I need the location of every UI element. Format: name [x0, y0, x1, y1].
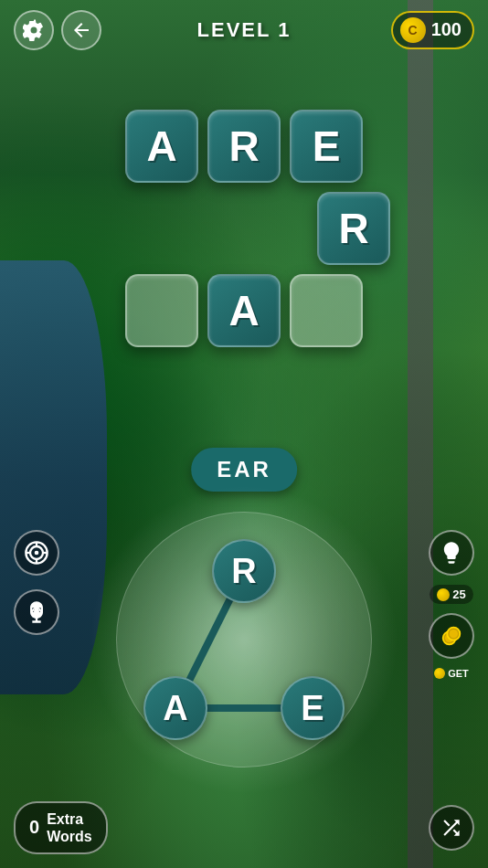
target-button[interactable] [14, 530, 59, 576]
get-text: GET [448, 668, 469, 679]
wheel-letter-A[interactable]: A [143, 676, 207, 740]
coin-icon: C [400, 17, 426, 43]
coins-button[interactable] [429, 613, 474, 659]
wheel-letter-E[interactable]: E [281, 676, 345, 740]
tile-A-1[interactable]: A [125, 110, 198, 183]
hint-cost-badge: 25 [430, 585, 472, 604]
level-title: LEVEL 1 [197, 18, 292, 42]
trophy-button[interactable] [14, 589, 59, 635]
coin-badge: C 100 [391, 11, 474, 49]
hint-cost-text: 25 [452, 587, 465, 601]
extra-words-count: 0 [29, 817, 39, 838]
hint-coin-icon [437, 588, 450, 601]
left-side-buttons [14, 530, 59, 635]
get-coins-label: GET [434, 668, 469, 679]
bottom-bar: 0 ExtraWords [14, 801, 474, 854]
tiles-area: A R E R A [98, 110, 390, 356]
back-button[interactable] [61, 10, 101, 50]
tile-empty-2 [290, 274, 363, 347]
tile-row-2: R [98, 192, 390, 265]
back-icon [70, 19, 92, 41]
shuffle-icon [440, 816, 463, 840]
wheel-letter-R[interactable]: R [212, 539, 276, 603]
settings-button[interactable] [14, 10, 54, 50]
lightbulb-icon [439, 540, 464, 566]
header-left [14, 10, 101, 50]
tile-A-2[interactable]: A [207, 274, 281, 347]
target-icon [24, 540, 49, 566]
shuffle-button[interactable] [429, 805, 474, 851]
tile-empty-1 [125, 274, 198, 347]
svg-point-2 [35, 551, 39, 556]
coins-icon [439, 623, 464, 649]
gear-icon [23, 19, 45, 41]
tile-E-1[interactable]: E [290, 110, 363, 183]
svg-point-11 [450, 630, 458, 638]
right-side-buttons: 25 GET [429, 530, 474, 679]
get-coin-icon [434, 668, 445, 679]
trophy-icon [24, 599, 49, 625]
tile-R-2[interactable]: R [317, 192, 390, 265]
extra-words-button[interactable]: 0 ExtraWords [14, 801, 108, 854]
coin-symbol: C [408, 23, 418, 37]
header: LEVEL 1 C 100 [0, 0, 488, 59]
tile-row-1: A R E [98, 110, 390, 183]
hint-button[interactable] [429, 530, 474, 576]
extra-words-label: ExtraWords [47, 810, 91, 845]
tile-row-3: A [98, 274, 390, 347]
tile-R-1[interactable]: R [207, 110, 281, 183]
letter-wheel: R A E [107, 503, 381, 777]
coin-count: 100 [431, 19, 461, 40]
